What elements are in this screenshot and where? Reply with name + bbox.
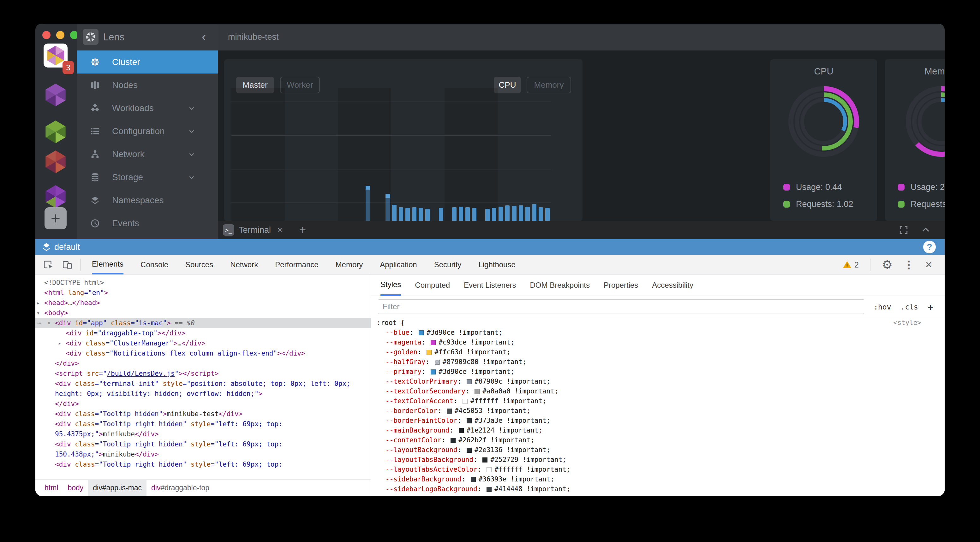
color-swatch[interactable]	[487, 487, 492, 492]
color-swatch[interactable]	[482, 458, 487, 463]
css-property--mainbackground[interactable]: --mainBackground: #1e2124 !important;	[371, 426, 945, 435]
dom-tree-node[interactable]: ▸<div class="ClusterManager">…</div>	[35, 338, 371, 348]
inspect-element-icon[interactable]	[42, 258, 55, 271]
css-property--textcolorsecondary[interactable]: --textColorSecondary: #a0a0a0 !important…	[371, 387, 945, 396]
style-source-link[interactable]: <style>	[893, 318, 921, 328]
css-property--sidebarlogobackground[interactable]: --sidebarLogoBackground: #414448 !import…	[371, 484, 945, 494]
dom-tree-node[interactable]: ▸<head>…</head>	[35, 298, 371, 308]
namespace-name[interactable]: default	[54, 239, 80, 255]
breadcrumb-div-draggable-top[interactable]: div#draggable-top	[146, 480, 214, 496]
color-swatch[interactable]	[459, 428, 464, 433]
devtools-tab-console[interactable]: Console	[140, 255, 168, 274]
css-property--textcolorprimary[interactable]: --textColorPrimary: #87909c !important;	[371, 377, 945, 387]
css-property--sidebaractivecolor[interactable]: --sidebarActiveColor: #ffffff !important…	[371, 494, 945, 496]
css-property--golden[interactable]: --golden: #ffc63d !important;	[371, 347, 945, 357]
css-property--blue[interactable]: --blue: #3d90ce !important;	[371, 328, 945, 338]
css-property--layoutbackground[interactable]: --layoutBackground: #2e3136 !important;	[371, 445, 945, 455]
chevron-down-icon[interactable]	[188, 150, 196, 158]
css-property--magenta[interactable]: --magenta: #c93dce !important;	[371, 338, 945, 347]
expand-arrow-icon[interactable]: ▾	[47, 318, 51, 328]
sidebar-item-namespaces[interactable]: Namespaces	[77, 189, 218, 212]
dock-item-cluster-minikube-test[interactable]: 3	[44, 44, 68, 68]
styles-panel-tab-dom-breakpoints[interactable]: DOM Breakpoints	[530, 274, 590, 296]
toggle-class-button[interactable]: .cls	[901, 303, 918, 311]
console-warnings-badge[interactable]: 2	[842, 260, 859, 269]
styles-panel-tab-accessibility[interactable]: Accessibility	[652, 274, 693, 296]
dock-item-cluster-5[interactable]	[44, 185, 67, 208]
styles-panel-tab-computed[interactable]: Computed	[415, 274, 450, 296]
color-swatch[interactable]	[467, 379, 472, 384]
collapse-terminal-icon[interactable]	[921, 225, 931, 235]
css-property--bordercolor[interactable]: --borderColor: #4c5053 !important;	[371, 406, 945, 416]
styles-panel-tab-styles[interactable]: Styles	[380, 274, 401, 296]
expand-arrow-icon[interactable]: ▸	[58, 338, 61, 348]
dom-tree-node[interactable]: ⋯▾<div id="app" class="is-mac"> == $0	[35, 318, 371, 328]
dom-tree-node[interactable]: <div class="Tooltip hidden">minikube-tes…	[35, 409, 371, 419]
new-style-rule-button[interactable]: +	[928, 302, 933, 313]
add-cluster-button[interactable]: +	[45, 207, 67, 229]
color-swatch[interactable]	[431, 340, 436, 345]
dom-tree-node[interactable]: ▾<body>	[35, 308, 371, 318]
styles-panel-tab-event-listeners[interactable]: Event Listeners	[464, 274, 516, 296]
styles-panel-tab-properties[interactable]: Properties	[604, 274, 638, 296]
color-swatch[interactable]	[418, 330, 424, 335]
chevron-down-icon[interactable]	[188, 104, 196, 112]
toggle-hover-state-button[interactable]: :hov	[873, 303, 891, 311]
dom-tree-node[interactable]: <div class="Tooltip right hidden" style=…	[35, 439, 371, 460]
close-window-button[interactable]	[42, 31, 51, 39]
minimize-window-button[interactable]	[56, 31, 64, 39]
styles-filter-input[interactable]	[378, 300, 864, 314]
css-property--sidebarbackground[interactable]: --sidebarBackground: #36393e !important;	[371, 474, 945, 484]
color-swatch[interactable]	[450, 438, 456, 443]
css-property--halfgray[interactable]: --halfGray: #87909c80 !important;	[371, 357, 945, 367]
dom-tree-node[interactable]: <script src="/build/LensDev.js"></script…	[35, 368, 371, 379]
devtools-tab-elements[interactable]: Elements	[92, 255, 123, 274]
css-property--layouttabsbackground[interactable]: --layoutTabsBackground: #252729 !importa…	[371, 455, 945, 465]
sidebar-item-configuration[interactable]: Configuration	[77, 120, 218, 143]
dom-tree-node[interactable]: </div>	[35, 358, 371, 368]
dom-tree-node[interactable]: <div class="Notifications flex column al…	[35, 348, 371, 358]
breadcrumb-div-app-is-mac[interactable]: div#app.is-mac	[88, 480, 146, 496]
chevron-down-icon[interactable]	[188, 127, 196, 135]
color-swatch[interactable]	[431, 369, 436, 374]
css-property--contentcolor[interactable]: --contentColor: #262b2f !important;	[371, 435, 945, 445]
css-selector[interactable]: :root {	[377, 319, 405, 326]
color-swatch[interactable]	[426, 350, 431, 355]
color-swatch[interactable]	[474, 389, 480, 394]
terminal-close-icon[interactable]: ×	[277, 221, 282, 239]
fullscreen-icon[interactable]	[899, 225, 908, 235]
dom-tree-node[interactable]: <html lang="en">	[35, 288, 371, 298]
css-property--textcoloraccent[interactable]: --textColorAccent: #ffffff !important;	[371, 396, 945, 406]
sidebar-collapse-icon[interactable]: ‹	[202, 24, 206, 51]
devtools-tab-sources[interactable]: Sources	[185, 255, 213, 274]
chevron-down-icon[interactable]	[188, 173, 196, 181]
css-property--layouttabsactivecolor[interactable]: --layoutTabsActiveColor: #ffffff !import…	[371, 465, 945, 474]
css-property--borderfaintcolor[interactable]: --borderFaintColor: #373a3e !important;	[371, 416, 945, 426]
devtools-tab-performance[interactable]: Performance	[275, 255, 318, 274]
color-swatch[interactable]	[435, 360, 440, 365]
dock-item-cluster-4[interactable]	[44, 151, 67, 173]
color-swatch[interactable]	[487, 467, 492, 472]
dom-tree-node[interactable]: <!DOCTYPE html>	[35, 277, 371, 288]
sidebar-item-workloads[interactable]: Workloads	[77, 97, 218, 120]
device-toolbar-icon[interactable]	[60, 258, 74, 271]
dom-tree-node[interactable]: <div class="terminal-init" style="positi…	[35, 379, 371, 399]
dock-item-cluster-3[interactable]	[44, 120, 67, 143]
sidebar-item-events[interactable]: Events	[77, 212, 218, 235]
sidebar-item-network[interactable]: Network	[77, 143, 218, 166]
breadcrumb-html[interactable]: html	[40, 480, 63, 496]
color-swatch[interactable]	[467, 418, 472, 423]
color-swatch[interactable]	[471, 477, 476, 482]
expand-arrow-icon[interactable]: ▾	[37, 308, 40, 318]
devtools-tab-application[interactable]: Application	[380, 255, 417, 274]
expand-arrow-icon[interactable]: ▸	[37, 298, 40, 308]
breadcrumb-body[interactable]: body	[63, 480, 88, 496]
devtools-tab-memory[interactable]: Memory	[336, 255, 363, 274]
help-button[interactable]: ?	[923, 241, 936, 254]
terminal-tab[interactable]: Terminal	[239, 221, 271, 239]
dom-tree-node[interactable]: <div class="Tooltip right hidden" style=…	[35, 419, 371, 439]
color-swatch[interactable]	[447, 409, 452, 414]
sidebar-item-storage[interactable]: Storage	[77, 166, 218, 189]
devtools-close-icon[interactable]: ×	[925, 258, 932, 271]
terminal-add-icon[interactable]: +	[299, 221, 306, 239]
